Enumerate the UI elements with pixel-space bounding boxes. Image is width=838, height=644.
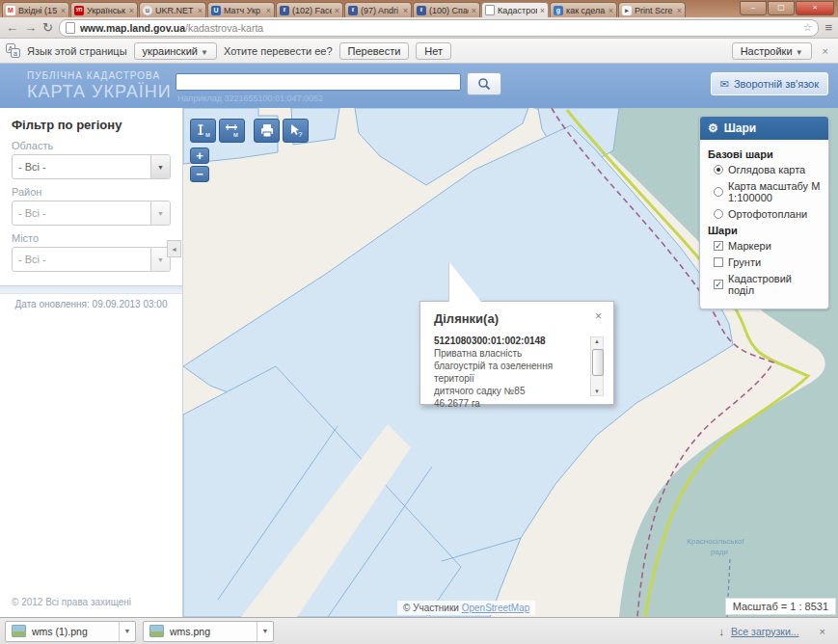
- base-layer-option[interactable]: Оглядова карта: [714, 164, 821, 175]
- share-icon: ▸: [622, 6, 632, 15]
- measure-area-button[interactable]: м: [219, 119, 245, 143]
- sidebar-collapse-handle[interactable]: ◄: [167, 240, 181, 257]
- zoom-in-button[interactable]: +: [190, 148, 209, 164]
- translate-button[interactable]: Перевести: [339, 42, 410, 60]
- chevron-down-icon[interactable]: ▼: [150, 155, 170, 178]
- forward-icon[interactable]: →: [24, 21, 37, 34]
- popup-title: Ділянки(а): [420, 302, 613, 326]
- tab-close-icon[interactable]: ×: [61, 6, 66, 15]
- close-icon[interactable]: ×: [595, 309, 602, 323]
- overlay-layer-option[interactable]: ✓ Кадастровий поділ: [714, 273, 821, 296]
- site-header: ПУБЛІЧНА КАДАСТРОВА КАРТА УКРАЇНИ Наприк…: [0, 64, 838, 108]
- tab-ukrnet[interactable]: u UKR.NET ×: [139, 2, 206, 17]
- address-bar[interactable]: www.map.land.gov.ua/kadastrova-karta ☆: [59, 19, 820, 37]
- bookmark-star-icon[interactable]: ☆: [803, 21, 813, 34]
- overlay-layer-option[interactable]: Грунти: [714, 256, 821, 268]
- feedback-button[interactable]: ✉ Зворотній зв'язок: [711, 72, 828, 95]
- overlay-layer-option[interactable]: ✓ Маркери: [714, 240, 821, 252]
- close-button[interactable]: ×: [796, 1, 834, 15]
- back-icon[interactable]: ←: [6, 21, 18, 34]
- reload-icon[interactable]: ↻: [42, 21, 53, 34]
- popup-tail: [449, 262, 481, 302]
- tab-close-icon[interactable]: ×: [472, 6, 476, 15]
- url-domain: www.map.land.gov.ua: [80, 22, 185, 34]
- tab-close-icon[interactable]: ×: [608, 6, 613, 15]
- layers-panel-header[interactable]: ⚙ Шари: [700, 117, 828, 140]
- base-layer-option[interactable]: Карта масштабу М 1:100000: [714, 180, 821, 203]
- translate-icon: A a: [6, 43, 20, 58]
- download-item[interactable]: wms.png ▼: [143, 621, 274, 642]
- show-all-downloads-link[interactable]: Все загрузки...: [731, 626, 799, 637]
- raion-select[interactable]: - Всі - ▼: [12, 201, 171, 226]
- tab-close-icon[interactable]: ×: [266, 6, 271, 15]
- zoom-out-button[interactable]: −: [190, 166, 209, 182]
- scroll-down-icon[interactable]: ▼: [591, 389, 603, 394]
- popup-scrollbar[interactable]: ▲ ▼: [590, 336, 604, 396]
- translate-question: Хотите перевести ее?: [224, 45, 333, 57]
- scrollbar-thumb[interactable]: [592, 349, 604, 376]
- no-button[interactable]: Нет: [416, 42, 451, 60]
- facebook-icon: f: [348, 6, 358, 15]
- identify-help-button[interactable]: ?: [283, 119, 309, 143]
- map-canvas[interactable]: Красносільської ради м: [183, 108, 838, 617]
- tab-printscreen[interactable]: ▸ Print Scre ×: [618, 2, 686, 17]
- download-item[interactable]: wms (1).png ▼: [5, 621, 136, 642]
- tab-close-icon[interactable]: ×: [677, 6, 682, 15]
- radio-icon[interactable]: [714, 187, 723, 197]
- scroll-up-icon[interactable]: ▲: [591, 338, 603, 344]
- checkbox-checked-icon[interactable]: ✓: [714, 241, 723, 251]
- chevron-down-icon[interactable]: ▼: [119, 622, 135, 641]
- cadastral-search-input[interactable]: [176, 73, 461, 91]
- radio-icon[interactable]: [714, 209, 723, 219]
- layers-title: Шари: [724, 121, 756, 135]
- facebook-icon: f: [280, 6, 289, 15]
- google-icon: g: [554, 6, 563, 15]
- search-button[interactable]: [467, 72, 501, 95]
- print-button[interactable]: [254, 119, 280, 143]
- cadastral-number: 5121080300:01:002:0148: [434, 335, 584, 347]
- tab-kadastrova-active[interactable]: Кадастров ×: [481, 2, 549, 17]
- tab-facebook-2[interactable]: f (97) Andri ×: [344, 2, 412, 17]
- browser-window: M Вхідні (15 × УП Українськ × u UKR.NET …: [0, 0, 838, 644]
- close-icon[interactable]: ×: [823, 45, 828, 57]
- tab-gmail[interactable]: M Вхідні (15 ×: [2, 2, 69, 17]
- checkbox-icon[interactable]: [714, 257, 723, 267]
- page-icon: [66, 22, 75, 34]
- tab-close-icon[interactable]: ×: [403, 6, 408, 15]
- filter-title: Фільтр по регіону: [12, 118, 171, 132]
- misto-label: Місто: [12, 232, 171, 244]
- gear-icon: ⚙: [708, 121, 718, 135]
- tab-close-icon[interactable]: ×: [129, 6, 134, 15]
- tab-match[interactable]: U Матч Укр ×: [207, 2, 275, 17]
- close-icon[interactable]: ×: [820, 626, 825, 637]
- tab-ukrpravda[interactable]: УП Українськ ×: [70, 2, 138, 17]
- menu-icon[interactable]: ≡: [824, 20, 832, 35]
- maximize-button[interactable]: ▢: [768, 1, 795, 15]
- radio-selected-icon[interactable]: [714, 165, 723, 174]
- window-controls: – ▢ ×: [739, 1, 834, 15]
- minimize-button[interactable]: –: [740, 1, 767, 15]
- base-layer-option[interactable]: Ортофотоплани: [714, 208, 821, 220]
- misto-select[interactable]: - Всі - ▼: [12, 247, 171, 272]
- tab-close-icon[interactable]: ×: [335, 6, 339, 15]
- settings-dropdown[interactable]: Настройки ▼: [732, 42, 812, 60]
- measure-length-button[interactable]: м: [190, 119, 216, 143]
- svg-text:?: ?: [298, 130, 303, 138]
- parcel-details: 5121080300:01:002:0148 Приватна власніст…: [434, 335, 584, 394]
- tab-facebook-3[interactable]: f (100) Спас ×: [413, 2, 480, 17]
- region-filter-sidebar: Фільтр по регіону Область - Всі - ▼ Райо…: [0, 108, 183, 617]
- tab-facebook-1[interactable]: f (102) Face ×: [276, 2, 343, 17]
- language-dropdown[interactable]: украинский ▼: [134, 42, 217, 60]
- openstreetmap-link[interactable]: OpenStreetMap: [462, 603, 530, 613]
- chevron-down-icon[interactable]: ▼: [150, 201, 170, 225]
- oblast-select[interactable]: - Всі - ▼: [12, 154, 171, 179]
- browser-toolbar: ← → ↻ www.map.land.gov.ua/kadastrova-kar…: [0, 17, 838, 39]
- svg-text:a: a: [14, 50, 17, 57]
- tab-close-icon[interactable]: ×: [540, 6, 545, 15]
- checkbox-checked-icon[interactable]: ✓: [714, 280, 723, 289]
- tab-google-search[interactable]: g как сдела ×: [550, 2, 617, 17]
- site-logo[interactable]: ПУБЛІЧНА КАДАСТРОВА КАРТА УКРАЇНИ: [27, 70, 172, 102]
- chevron-down-icon[interactable]: ▼: [257, 622, 273, 641]
- search-hint: Наприклад 3221655100:01:047:0052: [176, 94, 461, 103]
- tab-close-icon[interactable]: ×: [198, 6, 203, 15]
